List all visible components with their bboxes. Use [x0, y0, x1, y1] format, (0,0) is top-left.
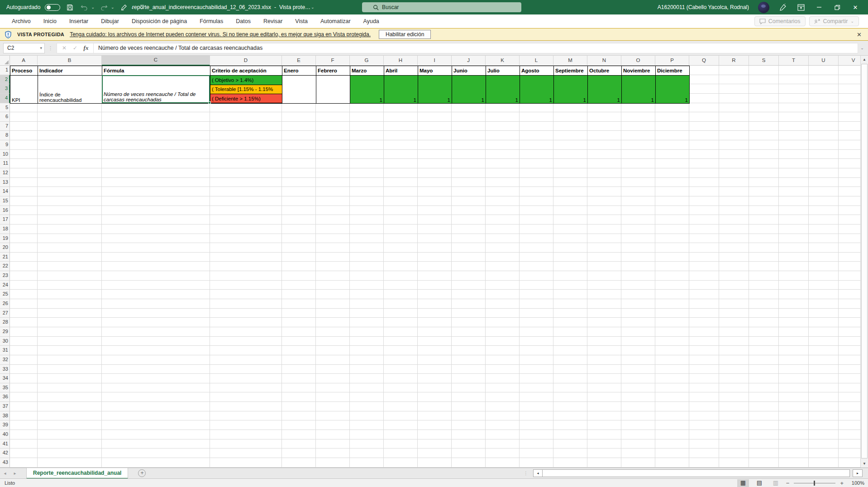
- cell-E22[interactable]: [282, 262, 316, 271]
- cell-P29[interactable]: [655, 327, 689, 337]
- cell-T38[interactable]: [779, 411, 809, 421]
- cell-O34[interactable]: [621, 374, 655, 383]
- cell-Q10[interactable]: [689, 150, 719, 159]
- cell-M21[interactable]: [553, 253, 587, 262]
- cell-G38[interactable]: [350, 411, 384, 421]
- cell-G37[interactable]: [350, 402, 384, 411]
- cell-U42[interactable]: [809, 449, 839, 458]
- cell-A14[interactable]: [10, 187, 38, 196]
- cell-S27[interactable]: [749, 309, 779, 318]
- cell-V24[interactable]: [839, 281, 860, 290]
- cell-J30[interactable]: [452, 337, 486, 346]
- cell-R43[interactable]: [719, 458, 749, 468]
- cell-C29[interactable]: [102, 327, 210, 337]
- cell-V10[interactable]: [839, 150, 860, 159]
- cell-F10[interactable]: [316, 150, 350, 159]
- cell-marzo[interactable]: 1: [350, 76, 384, 104]
- cell-E16[interactable]: [282, 206, 316, 215]
- cell-H11[interactable]: [384, 159, 418, 168]
- cell-F38[interactable]: [316, 411, 350, 421]
- cell-E11[interactable]: [282, 159, 316, 168]
- cell-U10[interactable]: [809, 150, 839, 159]
- cell-M26[interactable]: [553, 299, 587, 309]
- cell-U18[interactable]: [809, 224, 839, 234]
- cell-B9[interactable]: [38, 140, 102, 150]
- cell-P35[interactable]: [655, 383, 689, 393]
- cell-U11[interactable]: [809, 159, 839, 168]
- cell-M39[interactable]: [553, 420, 587, 430]
- row-header-24[interactable]: 24: [0, 281, 10, 290]
- cell-U9[interactable]: [809, 140, 839, 150]
- cell-G23[interactable]: [350, 271, 384, 281]
- cell-S24[interactable]: [749, 281, 779, 290]
- cell-D11[interactable]: [210, 159, 282, 168]
- cell-C32[interactable]: [102, 355, 210, 365]
- cell-D17[interactable]: [210, 215, 282, 224]
- cell-C9[interactable]: [102, 140, 210, 150]
- row-header-8[interactable]: 8: [0, 131, 10, 140]
- cell-C33[interactable]: [102, 365, 210, 374]
- scroll-up-icon[interactable]: ▲: [861, 56, 868, 63]
- column-header-E[interactable]: E: [282, 56, 316, 66]
- cell-T8[interactable]: [779, 131, 809, 140]
- cell-J19[interactable]: [452, 234, 486, 244]
- cell-N35[interactable]: [587, 383, 621, 393]
- cell-B34[interactable]: [38, 374, 102, 383]
- cell-T3[interactable]: [779, 84, 809, 94]
- cell-proceso[interactable]: KPI: [10, 76, 38, 104]
- cell-K15[interactable]: [486, 196, 520, 206]
- row-header-29[interactable]: 29: [0, 327, 10, 337]
- redo-dropdown-icon[interactable]: ⌄: [111, 5, 114, 10]
- name-box-dropdown-icon[interactable]: ▾: [40, 46, 42, 50]
- cell-L38[interactable]: [520, 411, 553, 421]
- cell-U19[interactable]: [809, 234, 839, 244]
- cell-F40[interactable]: [316, 430, 350, 439]
- cell-P11[interactable]: [655, 159, 689, 168]
- cell-S7[interactable]: [749, 122, 779, 131]
- cell-E33[interactable]: [282, 365, 316, 374]
- row-header-40[interactable]: 40: [0, 430, 10, 439]
- cell-D7[interactable]: [210, 122, 282, 131]
- cell-V11[interactable]: [839, 159, 860, 168]
- cell-B10[interactable]: [38, 150, 102, 159]
- cell-B8[interactable]: [38, 131, 102, 140]
- cell-L12[interactable]: [520, 168, 553, 178]
- cell-E40[interactable]: [282, 430, 316, 439]
- protected-bar-close-icon[interactable]: ✕: [857, 31, 862, 38]
- cell-Q42[interactable]: [689, 449, 719, 458]
- cell-I14[interactable]: [418, 187, 452, 196]
- cell-V31[interactable]: [839, 346, 860, 355]
- cell-U15[interactable]: [809, 196, 839, 206]
- column-header-C[interactable]: C: [102, 56, 210, 66]
- cell-O8[interactable]: [621, 131, 655, 140]
- cell-O39[interactable]: [621, 420, 655, 430]
- cell-P37[interactable]: [655, 402, 689, 411]
- cell-B20[interactable]: [38, 243, 102, 253]
- cell-G12[interactable]: [350, 168, 384, 178]
- cell-M30[interactable]: [553, 337, 587, 346]
- cell-S23[interactable]: [749, 271, 779, 281]
- cell-F19[interactable]: [316, 234, 350, 244]
- cell-D5[interactable]: [210, 103, 282, 113]
- row-header-7[interactable]: 7: [0, 122, 10, 131]
- cell-V14[interactable]: [839, 187, 860, 196]
- cell-P39[interactable]: [655, 420, 689, 430]
- cell-A15[interactable]: [10, 196, 38, 206]
- cell-S11[interactable]: [749, 159, 779, 168]
- cell-H30[interactable]: [384, 337, 418, 346]
- cell-L10[interactable]: [520, 150, 553, 159]
- cell-Q27[interactable]: [689, 309, 719, 318]
- cell-V9[interactable]: [839, 140, 860, 150]
- cell-U40[interactable]: [809, 430, 839, 439]
- cell-O14[interactable]: [621, 187, 655, 196]
- cell-H7[interactable]: [384, 122, 418, 131]
- cell-C16[interactable]: [102, 206, 210, 215]
- cell-V4[interactable]: [839, 94, 860, 103]
- cell-H32[interactable]: [384, 355, 418, 365]
- cell-J39[interactable]: [452, 420, 486, 430]
- title-dropdown-icon[interactable]: ⌄: [311, 5, 315, 10]
- cell-B26[interactable]: [38, 299, 102, 309]
- cell-Q18[interactable]: [689, 224, 719, 234]
- cell-O42[interactable]: [621, 449, 655, 458]
- cell-S20[interactable]: [749, 243, 779, 253]
